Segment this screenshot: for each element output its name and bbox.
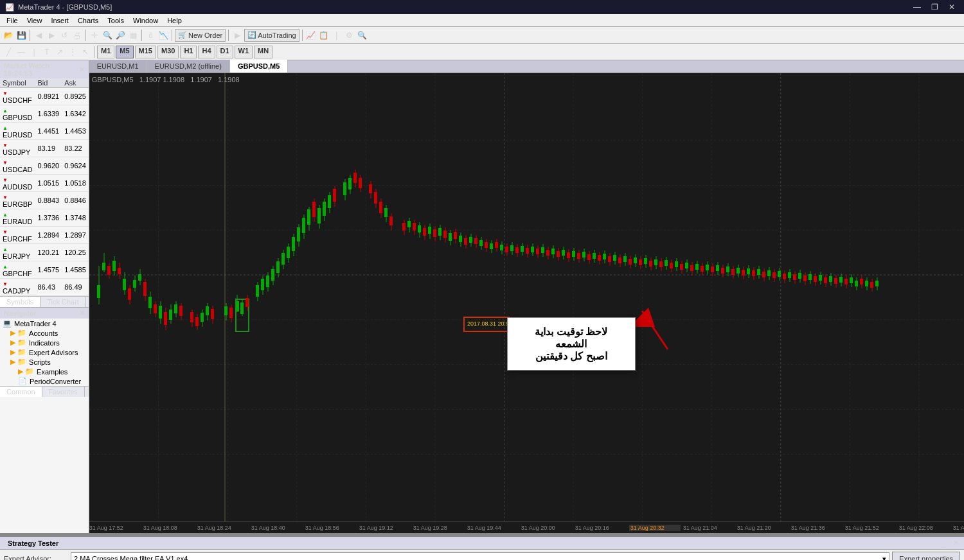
tab-tick-chart[interactable]: Tick Chart — [40, 297, 86, 307]
svg-rect-43 — [143, 282, 147, 296]
template-icon[interactable]: 📋 — [318, 30, 330, 41]
zoom-in-icon[interactable]: 🔍 — [102, 30, 113, 41]
zoom-out-icon[interactable]: 🔎 — [114, 30, 126, 41]
more-tools-icon[interactable]: ⋮ — [67, 46, 78, 58]
svg-rect-55 — [174, 304, 177, 313]
mw-symbol: ▲ EURJPY — [0, 244, 35, 261]
market-watch-close-icon[interactable]: ✕ — [79, 66, 85, 74]
menu-insert[interactable]: Insert — [47, 16, 73, 25]
save-icon[interactable]: 💾 — [15, 30, 27, 41]
svg-rect-227 — [649, 261, 652, 267]
vline-icon[interactable]: | — [28, 46, 40, 58]
nav-item-indicators[interactable]: ▶ 📁 Indicators — [0, 338, 89, 347]
new-chart-icon[interactable]: 📂 — [3, 30, 14, 41]
minimize-button[interactable]: — — [909, 3, 925, 12]
menu-charts[interactable]: Charts — [74, 16, 102, 25]
navigator-close-icon[interactable]: ✕ — [79, 309, 85, 317]
nav-item-examples[interactable]: ▶ 📁 Examples — [0, 367, 89, 376]
nav-tab-favorites[interactable]: Favorites — [42, 387, 85, 397]
market-watch-row[interactable]: ▼ CADJPY 86.43 86.49 — [0, 279, 89, 296]
market-watch-row[interactable]: ▼ EURGBP 0.8843 0.8846 — [0, 192, 89, 209]
text-tool-icon[interactable]: T — [41, 46, 53, 58]
back-icon[interactable]: ◀ — [33, 30, 44, 41]
svg-rect-311 — [865, 281, 868, 286]
candle-icon[interactable]: 🕯 — [145, 30, 156, 41]
time-label: 31 Aug 19:44 — [467, 525, 519, 531]
market-watch-row[interactable]: ▲ EURJPY 120.21 120.25 — [0, 244, 89, 261]
search-icon[interactable]: 🔍 — [357, 30, 368, 41]
svg-rect-257 — [726, 267, 729, 272]
market-watch-row[interactable]: ▲ GBPCHF 1.4575 1.4585 — [0, 261, 89, 279]
time-label: 31 Aug 21:20 — [737, 525, 789, 531]
market-watch-row[interactable]: ▲ EURUSD 1.4451 1.4453 — [0, 123, 89, 140]
market-watch-row[interactable]: ▲ EURAUD 1.3736 1.3748 — [0, 209, 89, 227]
svg-rect-275 — [772, 272, 776, 278]
nav-tab-common[interactable]: Common — [0, 387, 42, 397]
menu-file[interactable]: File — [3, 16, 22, 25]
mw-ask: 0.8846 — [62, 192, 89, 209]
nav-label: Accounts — [29, 329, 58, 337]
chart-tab-eurusd-m1[interactable]: EURUSD,M1 — [89, 60, 147, 73]
svg-rect-72 — [229, 308, 233, 318]
menu-help[interactable]: Help — [163, 16, 186, 25]
nav-item-metatrader-4[interactable]: 💻 MetaTrader 4 — [0, 319, 89, 328]
restore-button[interactable]: ❐ — [927, 3, 942, 12]
period-d1[interactable]: D1 — [217, 46, 233, 58]
chart-main[interactable]: GBPUSD,M5 1.1907 1.1908 1.1907 1.1908 — [89, 73, 964, 521]
crosshair-icon[interactable]: ✛ — [89, 30, 100, 41]
panel-close-icon[interactable]: ✕ — [951, 539, 961, 547]
print-icon[interactable]: 🖨 — [71, 30, 83, 41]
settings-icon[interactable]: ⚙ — [344, 30, 355, 41]
market-watch-row[interactable]: ▼ USDJPY 83.19 83.22 — [0, 140, 89, 157]
line-icon[interactable]: 📉 — [157, 30, 169, 41]
market-watch-row[interactable]: ▼ AUDUSD 1.0515 1.0518 — [0, 175, 89, 192]
chart-tab-eurusd-m2[interactable]: EURUSD,M2 (offline) — [147, 60, 230, 73]
line-tool-icon[interactable]: ╱ — [3, 46, 14, 58]
refresh-icon[interactable]: ↺ — [58, 30, 70, 41]
svg-rect-121 — [369, 184, 372, 193]
nav-item-accounts[interactable]: ▶ 📁 Accounts — [0, 328, 89, 338]
period-w1[interactable]: W1 — [235, 46, 253, 58]
menu-tools[interactable]: Tools — [103, 16, 128, 25]
strategy-tester-title[interactable]: Strategy Tester — [3, 539, 64, 547]
expert-properties-button[interactable]: Expert properties — [892, 552, 960, 560]
chart-bar-icon[interactable]: ▦ — [127, 30, 139, 41]
svg-rect-265 — [747, 268, 750, 274]
market-watch-row[interactable]: ▼ USDCHF 0.8921 0.8925 — [0, 88, 89, 105]
nav-item-expert-advisors[interactable]: ▶ 📁 Expert Advisors — [0, 347, 89, 357]
period-sep-icon[interactable]: | — [331, 30, 343, 41]
cursor-icon[interactable]: ↖ — [80, 46, 91, 58]
svg-rect-147 — [443, 231, 447, 238]
close-button[interactable]: ✕ — [945, 3, 959, 12]
period-m1[interactable]: M1 — [97, 46, 114, 58]
mw-ask: 120.25 — [62, 244, 89, 261]
ea-dropdown[interactable]: 2 MA Crosses Mega filter EA V1.ex4 ▾ — [71, 552, 889, 560]
panel-minimize-icon[interactable]: _ — [940, 539, 949, 547]
period-m15[interactable]: M15 — [135, 46, 156, 58]
tab-symbols[interactable]: Symbols — [0, 297, 40, 307]
forward-icon[interactable]: ▶ — [46, 30, 57, 41]
hline-icon[interactable]: — — [15, 46, 27, 58]
market-watch-row[interactable]: ▲ GBPUSD 1.6339 1.6342 — [0, 105, 89, 123]
menu-view[interactable]: View — [23, 16, 46, 25]
market-watch-row[interactable]: ▼ USDCAD 0.9620 0.9624 — [0, 157, 89, 175]
autotrading-button[interactable]: 🔄 AutoTrading — [244, 29, 299, 42]
period-h4[interactable]: H4 — [198, 46, 215, 58]
period-m30[interactable]: M30 — [157, 46, 179, 58]
market-watch-row[interactable]: ▼ EURCHF 1.2894 1.2897 — [0, 227, 89, 244]
indicator-icon[interactable]: 📈 — [305, 30, 317, 41]
chart-tab-gbpusd-m5[interactable]: GBPUSD,M5 — [230, 60, 288, 73]
nav-item-scripts[interactable]: ▶ 📁 Scripts — [0, 357, 89, 367]
period-m5[interactable]: M5 — [116, 46, 133, 58]
mw-symbol: ▼ EURGBP — [0, 192, 35, 209]
period-mn[interactable]: MN — [254, 46, 272, 58]
period-h1[interactable]: H1 — [180, 46, 197, 58]
menu-window[interactable]: Window — [129, 16, 162, 25]
svg-rect-235 — [670, 263, 673, 268]
expert-icon[interactable]: ▶ — [231, 30, 243, 41]
nav-item-periodconverter[interactable]: 📄 PeriodConverter — [0, 376, 89, 386]
arrow-icon[interactable]: ↗ — [54, 46, 66, 58]
market-watch: Market Watch: 16:24:53 ✕ Symbol Bid Ask … — [0, 60, 89, 308]
new-order-button[interactable]: 🛒 New Order — [175, 29, 226, 42]
svg-rect-251 — [711, 267, 714, 272]
